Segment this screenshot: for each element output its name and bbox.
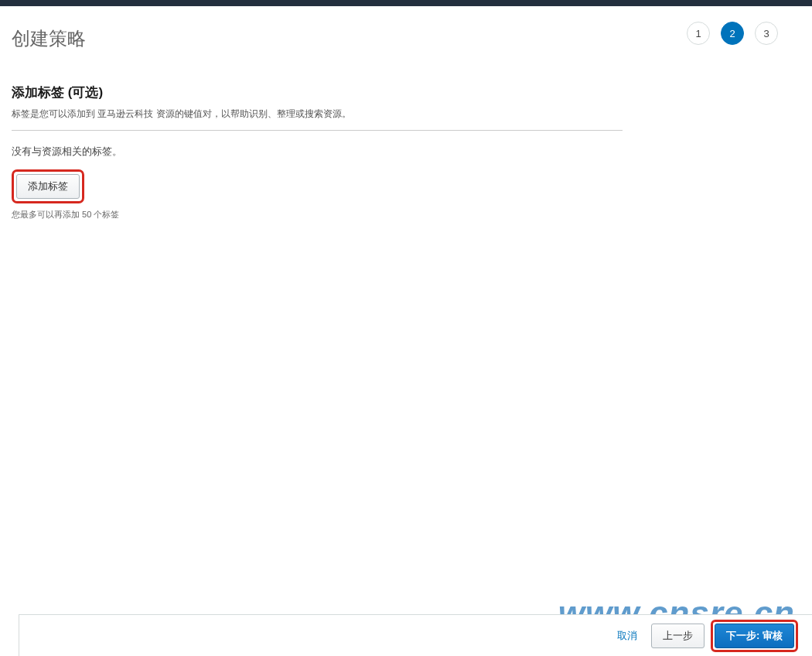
step-1[interactable]: 1 [687, 22, 710, 45]
step-3[interactable]: 3 [755, 22, 778, 45]
add-tag-highlight: 添加标签 [12, 169, 84, 203]
content-area: 添加标签 (可选) 标签是您可以添加到 亚马逊云科技 资源的键值对，以帮助识别、… [0, 51, 634, 220]
next-button-highlight: 下一步: 审核 [711, 620, 798, 652]
next-button[interactable]: 下一步: 审核 [715, 624, 794, 648]
step-2[interactable]: 2 [721, 22, 744, 45]
footer-bar: 取消 上一步 下一步: 审核 [19, 614, 812, 656]
cancel-button[interactable]: 取消 [609, 624, 645, 647]
tags-section-description: 标签是您可以添加到 亚马逊云科技 资源的键值对，以帮助识别、整理或搜索资源。 [12, 108, 623, 121]
tags-hint: 您最多可以再添加 50 个标签 [12, 209, 623, 220]
divider [12, 130, 623, 131]
tags-section-title: 添加标签 (可选) [12, 84, 623, 101]
wizard-stepper: 1 2 3 [687, 22, 778, 45]
add-tag-button[interactable]: 添加标签 [16, 174, 80, 199]
top-bar [0, 0, 812, 6]
no-tags-text: 没有与资源相关的标签。 [12, 145, 623, 159]
prev-button[interactable]: 上一步 [651, 624, 705, 648]
